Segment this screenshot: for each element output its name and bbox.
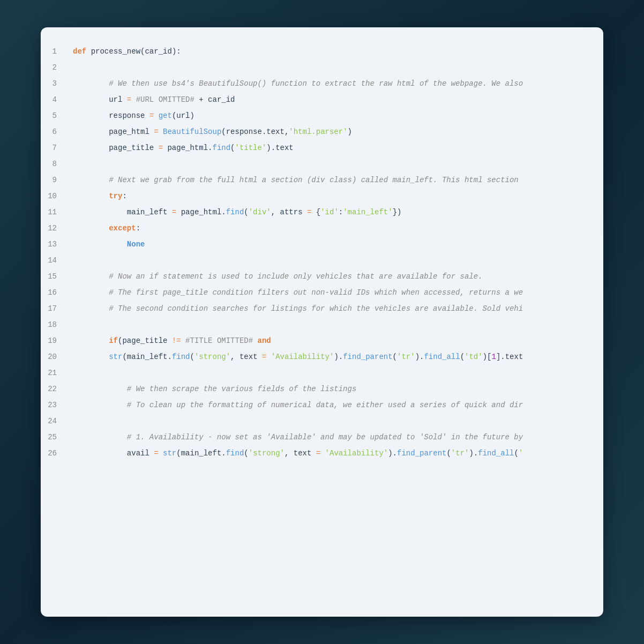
- code-content-20: str(main_left.find('strong', text = 'Ava…: [68, 349, 603, 365]
- line-number-6: 6: [41, 124, 68, 140]
- line-number-15: 15: [41, 268, 68, 284]
- line-number-13: 13: [41, 236, 68, 252]
- line-number-25: 25: [41, 429, 68, 445]
- line-number-17: 17: [41, 301, 68, 317]
- code-row-20: 20 str(main_left.find('strong', text = '…: [41, 349, 603, 365]
- code-row-1: 1 def process_new(car_id):: [41, 43, 603, 59]
- code-row-21: 21: [41, 365, 603, 381]
- line-number-20: 20: [41, 349, 68, 365]
- code-row-9: 9 # Next we grab from the full html a se…: [41, 172, 603, 188]
- code-content-12: except:: [68, 220, 603, 236]
- code-content-26: avail = str(main_left.find('strong', tex…: [68, 445, 603, 461]
- code-row-17: 17 # The second condition searches for l…: [41, 301, 603, 317]
- line-number-1: 1: [41, 43, 68, 59]
- code-content-19: if(page_title != #TITLE OMITTED# and: [68, 333, 603, 349]
- line-number-18: 18: [41, 317, 68, 333]
- code-table: 1 def process_new(car_id): 2 3 # We then…: [41, 43, 603, 461]
- code-window: 1 def process_new(car_id): 2 3 # We then…: [41, 27, 603, 617]
- code-row-6: 6 page_html = BeautifulSoup(response.tex…: [41, 124, 603, 140]
- line-number-14: 14: [41, 252, 68, 268]
- code-content-17: # The second condition searches for list…: [68, 301, 603, 317]
- code-content-3: # We then use bs4's BeautifulSoup() func…: [68, 76, 603, 92]
- code-content-11: main_left = page_html.find('div', attrs …: [68, 204, 603, 220]
- code-row-2: 2: [41, 59, 603, 76]
- code-row-7: 7 page_title = page_html.find('title').t…: [41, 140, 603, 156]
- code-content-25: # 1. Availability - now set as 'Availabl…: [68, 429, 603, 445]
- code-row-8: 8: [41, 156, 603, 172]
- code-row-25: 25 # 1. Availability - now set as 'Avail…: [41, 429, 603, 445]
- code-content-4: url = #URL OMITTED# + car_id: [68, 92, 603, 108]
- code-row-15: 15 # Now an if statement is used to incl…: [41, 268, 603, 284]
- line-number-16: 16: [41, 284, 68, 301]
- code-row-13: 13 None: [41, 236, 603, 252]
- code-content-24: [68, 413, 603, 429]
- code-content-21: [68, 365, 603, 381]
- code-content-8: [68, 156, 603, 172]
- code-content-9: # Next we grab from the full html a sect…: [68, 172, 603, 188]
- code-row-19: 19 if(page_title != #TITLE OMITTED# and: [41, 333, 603, 349]
- code-content-22: # We then scrape the various fields of t…: [68, 381, 603, 397]
- code-row-18: 18: [41, 317, 603, 333]
- line-number-23: 23: [41, 397, 68, 413]
- code-content-23: # To clean up the formatting of numerica…: [68, 397, 603, 413]
- line-number-9: 9: [41, 172, 68, 188]
- code-row-24: 24: [41, 413, 603, 429]
- code-row-11: 11 main_left = page_html.find('div', att…: [41, 204, 603, 220]
- code-row-23: 23 # To clean up the formatting of numer…: [41, 397, 603, 413]
- line-number-11: 11: [41, 204, 68, 220]
- code-content-7: page_title = page_html.find('title').tex…: [68, 140, 603, 156]
- code-content-18: [68, 317, 603, 333]
- code-content-13: None: [68, 236, 603, 252]
- line-number-7: 7: [41, 140, 68, 156]
- code-content-10: try:: [68, 188, 603, 204]
- code-row-22: 22 # We then scrape the various fields o…: [41, 381, 603, 397]
- line-number-26: 26: [41, 445, 68, 461]
- code-content-1: def process_new(car_id):: [68, 43, 603, 59]
- code-content-5: response = get(url): [68, 108, 603, 124]
- code-content-16: # The first page_title condition filters…: [68, 284, 603, 301]
- code-row-14: 14: [41, 252, 603, 268]
- code-row-3: 3 # We then use bs4's BeautifulSoup() fu…: [41, 76, 603, 92]
- code-content-6: page_html = BeautifulSoup(response.text,…: [68, 124, 603, 140]
- line-number-3: 3: [41, 76, 68, 92]
- line-number-21: 21: [41, 365, 68, 381]
- code-row-26: 26 avail = str(main_left.find('strong', …: [41, 445, 603, 461]
- line-number-24: 24: [41, 413, 68, 429]
- line-number-5: 5: [41, 108, 68, 124]
- code-content-15: # Now an if statement is used to include…: [68, 268, 603, 284]
- code-row-5: 5 response = get(url): [41, 108, 603, 124]
- line-number-2: 2: [41, 59, 68, 76]
- line-number-8: 8: [41, 156, 68, 172]
- code-content-14: [68, 252, 603, 268]
- code-row-4: 4 url = #URL OMITTED# + car_id: [41, 92, 603, 108]
- code-row-10: 10 try:: [41, 188, 603, 204]
- line-number-19: 19: [41, 333, 68, 349]
- line-number-10: 10: [41, 188, 68, 204]
- line-number-4: 4: [41, 92, 68, 108]
- line-number-12: 12: [41, 220, 68, 236]
- code-content-2: [68, 59, 603, 76]
- code-row-12: 12 except:: [41, 220, 603, 236]
- code-row-16: 16 # The first page_title condition filt…: [41, 284, 603, 301]
- line-number-22: 22: [41, 381, 68, 397]
